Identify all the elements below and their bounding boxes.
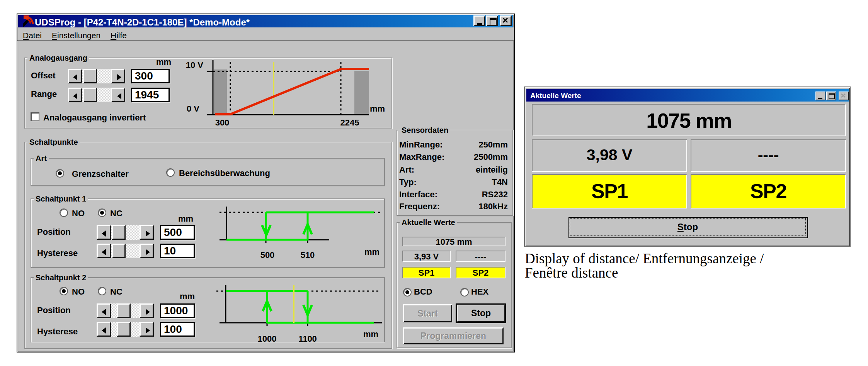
svg-text:510: 510	[301, 250, 315, 260]
svg-text:mm: mm	[370, 104, 385, 114]
svg-text:2245: 2245	[340, 118, 359, 127]
svg-text:mm: mm	[364, 247, 380, 257]
svg-text:1100: 1100	[298, 334, 317, 344]
svg-text:1000: 1000	[258, 334, 277, 344]
svg-text:500: 500	[260, 250, 275, 260]
svg-text:0 V: 0 V	[187, 104, 199, 114]
svg-text:300: 300	[215, 118, 230, 127]
svg-text:10 V: 10 V	[186, 60, 204, 70]
svg-text:mm: mm	[363, 329, 378, 339]
